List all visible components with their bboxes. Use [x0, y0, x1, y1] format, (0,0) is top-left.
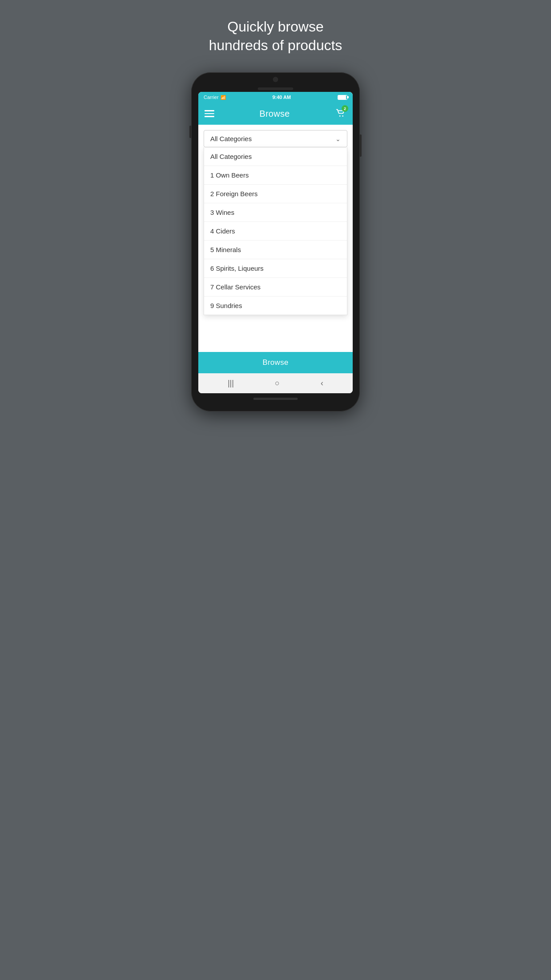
phone-power-button — [360, 134, 362, 157]
app-header: Browse 2 — [198, 103, 353, 125]
dropdown-item-cellar[interactable]: 7 Cellar Services — [204, 278, 347, 296]
dropdown-item-ciders[interactable]: 4 Ciders — [204, 222, 347, 241]
dropdown-item-spirits[interactable]: 6 Spirits, Liqueurs — [204, 259, 347, 278]
app-title: Browse — [260, 109, 290, 119]
battery-fill — [338, 95, 346, 99]
dropdown-item-minerals[interactable]: 5 Minerals — [204, 241, 347, 259]
recent-apps-icon[interactable]: ||| — [228, 379, 234, 388]
wifi-icon: 📶 — [220, 95, 226, 100]
home-icon[interactable]: ○ — [275, 379, 280, 388]
dropdown-item-foreign-beers[interactable]: 2 Foreign Beers — [204, 185, 347, 203]
back-icon[interactable]: ‹ — [321, 379, 323, 388]
cart-button[interactable]: 2 — [335, 107, 346, 120]
phone-shell: Carrier 📶 9:40 AM Browse 2 — [191, 72, 360, 411]
dropdown-list: All Categories 1 Own Beers 2 Foreign Bee… — [204, 147, 347, 315]
home-indicator — [253, 398, 298, 400]
phone-volume-button — [189, 126, 191, 138]
category-selector[interactable]: All Categories ⌄ — [204, 130, 347, 147]
app-body: All Categories ⌄ All Categories 1 Own Be… — [198, 125, 353, 373]
carrier-label: Carrier — [204, 95, 219, 100]
phone-bottom — [198, 393, 353, 404]
status-left: Carrier 📶 — [204, 95, 226, 100]
dropdown-item-sundries[interactable]: 9 Sundries — [204, 296, 347, 315]
svg-point-1 — [342, 115, 343, 117]
browse-button[interactable]: Browse — [198, 352, 353, 373]
status-time: 9:40 AM — [272, 95, 291, 100]
phone-screen: Carrier 📶 9:40 AM Browse 2 — [198, 92, 353, 393]
phone-camera — [273, 77, 278, 82]
cart-badge: 2 — [342, 105, 348, 112]
chevron-down-icon: ⌄ — [335, 135, 341, 142]
bottom-nav-bar: ||| ○ ‹ — [198, 373, 353, 393]
page-headline: Quickly browse hundreds of products — [209, 18, 342, 55]
status-bar: Carrier 📶 9:40 AM — [198, 92, 353, 103]
category-selector-label: All Categories — [210, 135, 252, 142]
dropdown-item-wines[interactable]: 3 Wines — [204, 203, 347, 222]
dropdown-item-all-categories[interactable]: All Categories — [204, 147, 347, 166]
svg-point-0 — [339, 115, 341, 117]
hamburger-menu-button[interactable] — [205, 110, 214, 117]
dropdown-item-own-beers[interactable]: 1 Own Beers — [204, 166, 347, 185]
phone-speaker — [258, 87, 293, 90]
battery-icon — [338, 95, 347, 100]
